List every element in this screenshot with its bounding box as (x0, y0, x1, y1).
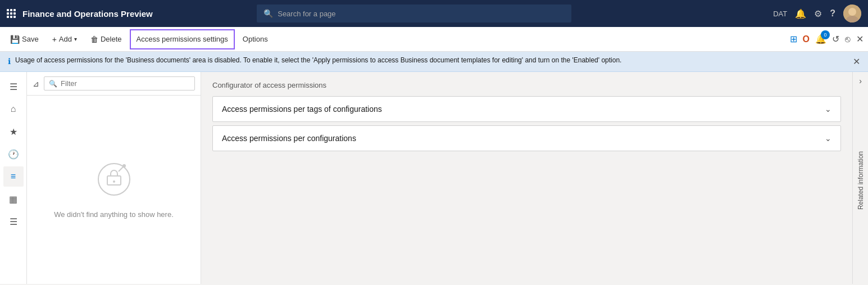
list-toolbar: ⊿ 🔍 (27, 72, 201, 96)
add-dropdown-icon: ▾ (74, 36, 77, 42)
sidebar-table-icon[interactable]: ▦ (3, 189, 24, 209)
accordion-tags-header[interactable]: Access permissions per tags of configura… (213, 97, 840, 121)
sidebar-list-icon[interactable]: ≡ (3, 166, 24, 187)
right-panel: › Related information › (852, 72, 868, 284)
search-bar[interactable]: 🔍 (257, 4, 571, 22)
accordion-configs-header[interactable]: Access permissions per configurations ⌄ (213, 126, 840, 151)
empty-state-icon (96, 161, 132, 203)
close-icon[interactable]: ✕ (856, 34, 864, 44)
bell-icon[interactable]: 🔔 (795, 8, 806, 19)
env-label: DAT (773, 10, 787, 18)
svg-line-6 (119, 167, 123, 171)
accordion-configs-chevron: ⌄ (825, 134, 831, 143)
svg-point-1 (848, 8, 856, 16)
search-icon: 🔍 (263, 9, 273, 18)
badge-count: 0 (821, 30, 830, 39)
accordion-tags: Access permissions per tags of configura… (212, 96, 841, 122)
save-icon: 💾 (10, 35, 20, 44)
waffle-icon[interactable] (7, 9, 16, 18)
action-bar-right: ⊞ O 🔔 0 ↺ ⎋ ✕ (790, 34, 864, 44)
delete-icon: 🗑 (90, 35, 98, 44)
accordion-configs: Access permissions per configurations ⌄ (212, 125, 841, 151)
content-area: Configurator of access permissions Acces… (201, 72, 852, 284)
svg-point-5 (113, 180, 115, 183)
sidebar-icons: ☰ ⌂ ★ 🕐 ≡ ▦ ☰ (0, 72, 27, 284)
filter-search-icon: 🔍 (49, 80, 57, 88)
main-layout: ☰ ⌂ ★ 🕐 ≡ ▦ ☰ ⊿ 🔍 (0, 72, 868, 284)
info-banner: ℹ Usage of access permissions for the 'B… (0, 52, 868, 72)
filter-input-wrap[interactable]: 🔍 (44, 76, 195, 91)
close-banner-button[interactable]: ✕ (853, 56, 860, 67)
power-apps-icon[interactable]: ⊞ (790, 34, 797, 44)
options-button[interactable]: Options (237, 29, 274, 49)
add-button[interactable]: + Add ▾ (47, 29, 83, 49)
info-icon: ℹ (8, 57, 11, 66)
sidebar-recent-icon[interactable]: 🕐 (3, 144, 24, 164)
accordion-tags-chevron: ⌄ (825, 105, 831, 114)
save-button[interactable]: 💾 Save (4, 29, 44, 49)
list-panel: ⊿ 🔍 We didn't find anything to show here… (27, 72, 201, 284)
empty-text: We didn't find anything to show here. (54, 210, 174, 219)
search-input[interactable] (278, 10, 565, 18)
refresh-icon[interactable]: ↺ (832, 34, 839, 44)
delete-button[interactable]: 🗑 Delete (85, 29, 128, 49)
top-bar-actions: DAT 🔔 ⚙ ? (773, 4, 861, 22)
sidebar-star-icon[interactable]: ★ (3, 121, 24, 142)
external-link-icon[interactable]: ⎋ (845, 34, 851, 44)
right-panel-collapse-icon[interactable]: › (857, 74, 864, 88)
action-bar: 💾 Save + Add ▾ 🗑 Delete Access permissio… (0, 27, 868, 52)
top-bar: Finance and Operations Preview 🔍 DAT 🔔 ⚙… (0, 0, 868, 27)
notification-badge[interactable]: 🔔 0 (815, 34, 826, 44)
gear-icon[interactable]: ⚙ (814, 8, 822, 19)
filter-icon[interactable]: ⊿ (33, 79, 39, 88)
svg-point-7 (122, 164, 126, 168)
app-title: Finance and Operations Preview (22, 9, 153, 19)
list-empty: We didn't find anything to show here. (27, 96, 201, 284)
user-avatar[interactable] (843, 4, 861, 22)
sidebar-home-icon[interactable]: ⌂ (3, 99, 24, 119)
filter-input[interactable] (61, 79, 190, 88)
right-panel-label[interactable]: Related information (857, 147, 865, 214)
content-title: Configurator of access permissions (212, 81, 841, 89)
help-icon[interactable]: ? (830, 8, 835, 19)
info-text: Usage of access permissions for the 'Bus… (15, 56, 621, 64)
office-icon[interactable]: O (803, 34, 810, 44)
add-icon: + (52, 35, 57, 44)
sidebar-hamburger-icon[interactable]: ☰ (3, 76, 24, 97)
accordion-configs-label: Access permissions per configurations (222, 134, 356, 143)
svg-point-3 (98, 164, 130, 195)
accordion-tags-label: Access permissions per tags of configura… (222, 105, 382, 114)
sidebar-menu-icon[interactable]: ☰ (3, 211, 24, 232)
access-permissions-tab[interactable]: Access permissions settings (130, 29, 235, 49)
